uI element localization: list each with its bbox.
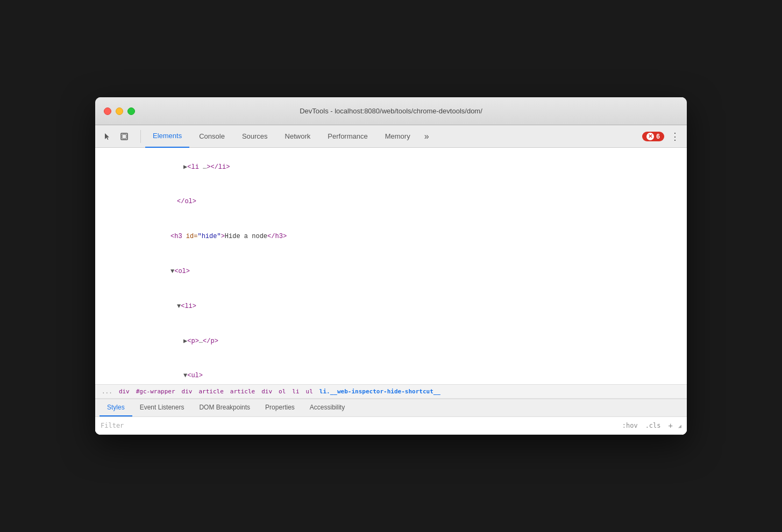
minimize-button[interactable] [116, 107, 123, 115]
breadcrumb-div3[interactable]: div [259, 387, 274, 396]
breadcrumb-li[interactable]: li [290, 387, 301, 396]
bottom-panel: Styles Event Listeners DOM Breakpoints P… [95, 399, 687, 435]
error-icon: ✕ [646, 133, 654, 140]
dom-line-3[interactable]: <h3 id="hide">Hide a node</h3> [95, 220, 687, 255]
cls-label[interactable]: .cls [643, 421, 663, 430]
close-button[interactable] [104, 107, 111, 115]
window-title: DevTools - localhost:8080/web/tools/chro… [300, 107, 482, 115]
error-count: 6 [656, 133, 660, 140]
menu-button[interactable]: ⋮ [667, 129, 683, 144]
toolbar-right: ✕ 6 ⋮ [642, 129, 683, 144]
filter-right: :hov .cls + ◢ [620, 420, 681, 431]
devtools-window: DevTools - localhost:8080/web/tools/chro… [95, 97, 687, 435]
layers-icon[interactable] [117, 129, 132, 144]
main-content: ▶<li …></li> </ol> <h3 id="hide">Hide a … [95, 148, 687, 435]
breadcrumb-li-active[interactable]: li.__web-inspector-hide-shortcut__ [317, 387, 443, 396]
breadcrumb-div1[interactable]: div [117, 387, 132, 396]
toolbar-separator [140, 130, 141, 143]
dom-line-7[interactable]: ▼<ul> [95, 359, 687, 384]
hov-label[interactable]: :hov [620, 421, 640, 430]
tab-properties[interactable]: Properties [258, 399, 302, 416]
tab-event-listeners[interactable]: Event Listeners [132, 399, 192, 416]
traffic-lights [104, 107, 135, 115]
plus-button[interactable]: + [666, 420, 675, 431]
tab-console[interactable]: Console [191, 125, 232, 148]
breadcrumb-article2[interactable]: article [228, 387, 257, 396]
cursor-icon[interactable] [99, 129, 115, 144]
dom-line-4[interactable]: ▼<ol> [95, 254, 687, 289]
toolbar: Elements Console Sources Network Perform… [95, 125, 687, 148]
maximize-button[interactable] [127, 107, 135, 115]
bottom-tabs: Styles Event Listeners DOM Breakpoints P… [95, 399, 687, 417]
breadcrumb-ul[interactable]: ul [304, 387, 315, 396]
tab-styles[interactable]: Styles [99, 399, 132, 416]
breadcrumb-ol[interactable]: ol [276, 387, 288, 396]
titlebar: DevTools - localhost:8080/web/tools/chro… [95, 97, 687, 125]
breadcrumb-bar: ... div #gc-wrapper div article article … [95, 384, 687, 399]
tab-accessibility[interactable]: Accessibility [302, 399, 352, 416]
more-tabs-button[interactable]: » [420, 128, 433, 145]
dom-panel[interactable]: ▶<li …></li> </ol> <h3 id="hide">Hide a … [95, 148, 687, 384]
resize-corner: ◢ [678, 423, 681, 429]
error-badge[interactable]: ✕ 6 [642, 132, 664, 141]
tab-performance[interactable]: Performance [320, 125, 375, 148]
tab-elements[interactable]: Elements [145, 125, 189, 148]
tab-memory[interactable]: Memory [378, 125, 418, 148]
dom-line-6[interactable]: ▶<p>…</p> [95, 324, 687, 359]
svg-rect-1 [122, 134, 126, 139]
dom-line-2[interactable]: </ol> [95, 185, 687, 220]
breadcrumb-gc-wrapper[interactable]: #gc-wrapper [134, 387, 177, 396]
tab-network[interactable]: Network [278, 125, 318, 148]
toolbar-icons [99, 129, 132, 144]
tab-dom-breakpoints[interactable]: DOM Breakpoints [191, 399, 258, 416]
dom-line-5[interactable]: ▼<li> [95, 289, 687, 324]
tab-sources[interactable]: Sources [234, 125, 275, 148]
breadcrumb-dots[interactable]: ... [99, 387, 115, 396]
breadcrumb-article1[interactable]: article [196, 387, 225, 396]
breadcrumb-div2[interactable]: div [180, 387, 195, 396]
filter-bar: :hov .cls + ◢ [95, 417, 687, 435]
dom-line-1[interactable]: ▶<li …></li> [95, 150, 687, 185]
filter-input[interactable] [101, 422, 616, 429]
